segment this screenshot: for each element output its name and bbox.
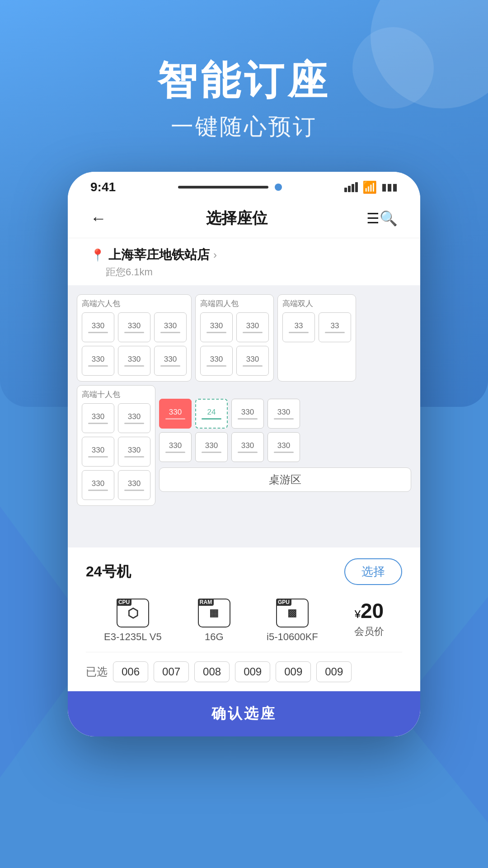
- seat-item[interactable]: 330: [82, 403, 114, 433]
- seat-item[interactable]: 330: [82, 470, 114, 500]
- section-10person-left: 高端十人包 330 330 330 330 330 330: [77, 385, 155, 506]
- seat-item[interactable]: 330: [267, 432, 300, 462]
- status-time: 9:41: [90, 180, 116, 194]
- cpu-symbol: ⬡: [127, 606, 138, 621]
- seats-grid-6person: 330 330 330 330 330 330: [82, 312, 187, 376]
- gpu-label: i5-10600KF: [267, 631, 318, 643]
- gpu-icon-box: GPU ▩: [276, 599, 309, 627]
- seat-item[interactable]: 330: [200, 312, 233, 342]
- board-game-zone: 桌游区: [159, 467, 411, 492]
- page-title: 选择座位: [206, 208, 267, 229]
- right-row-top: 330 24 330 330: [159, 399, 411, 429]
- selected-seats-row: 已选 006 007 008 009 009 009: [86, 652, 402, 691]
- hero-section: 智能订座 一键随心预订: [0, 0, 488, 142]
- cpu-label: E3-1235L V5: [104, 631, 162, 643]
- seat-item[interactable]: 330: [159, 432, 192, 462]
- seats-grid-2person: 33 33: [282, 312, 351, 342]
- machine-name: 24号机: [86, 562, 131, 582]
- section-2person: 高端双人 33 33: [277, 294, 356, 382]
- location-pin-icon: 📍: [90, 248, 105, 262]
- seat-item[interactable]: 330: [200, 346, 233, 376]
- signal-icon: [344, 182, 358, 192]
- spec-cpu: CPU ⬡ E3-1235L V5: [104, 599, 162, 643]
- location-row[interactable]: 📍 上海莘庄地铁站店 ›: [90, 246, 398, 264]
- status-bar: 9:41 📶 ▮▮▮: [68, 172, 420, 199]
- selected-label: 已选: [86, 665, 108, 679]
- location-bar: 📍 上海莘庄地铁站店 › 距您6.1km: [68, 238, 420, 285]
- selected-seat-tag: 009: [235, 661, 270, 682]
- section-4person: 高端四人包 330 330 330 330: [195, 294, 274, 382]
- ram-label: 16G: [205, 631, 224, 643]
- seat-item[interactable]: 330: [267, 399, 300, 429]
- ram-corner-tag: RAM: [198, 599, 214, 606]
- map-inner: 高端六人包 330 330 330 330 330 330 高端四人包 330: [77, 294, 411, 506]
- machine-header: 24号机 选择: [86, 558, 402, 585]
- seat-item[interactable]: 33: [282, 312, 315, 342]
- section-4person-title: 高端四人包: [200, 298, 269, 309]
- section-6person-title: 高端六人包: [82, 298, 187, 309]
- bottom-panel: 24号机 选择 CPU ⬡ E3-1235L V5 RAM ▦ 16G: [68, 547, 420, 736]
- seat-item[interactable]: 330: [82, 312, 114, 342]
- hero-subtitle: 一键随心预订: [0, 112, 488, 142]
- seat-item[interactable]: 330: [195, 432, 228, 462]
- seat-item[interactable]: 330: [82, 346, 114, 376]
- seat-item[interactable]: 330: [118, 312, 150, 342]
- nav-bar: ← 选择座位 ☰🔍: [68, 199, 420, 238]
- location-name: 上海莘庄地铁站店: [108, 246, 210, 264]
- price-label: 会员价: [354, 625, 384, 638]
- seat-item[interactable]: 330: [236, 346, 269, 376]
- selected-seat-tag: 006: [113, 661, 148, 682]
- seat-item[interactable]: 330: [118, 470, 150, 500]
- section-6person: 高端六人包 330 330 330 330 330 330: [77, 294, 192, 382]
- selected-seat-tag: 008: [194, 661, 230, 682]
- section-10person-right: 330 24 330 330 330 330 330 330: [159, 385, 411, 506]
- cpu-corner-tag: CPU: [117, 599, 131, 606]
- section-2person-title: 高端双人: [282, 298, 351, 309]
- seat-item[interactable]: 330: [82, 437, 114, 467]
- spec-price: ¥ 20 会员价: [354, 599, 384, 643]
- seat-item[interactable]: 330: [231, 399, 264, 429]
- seat-item[interactable]: 330: [154, 312, 187, 342]
- price-unit: ¥: [355, 608, 361, 621]
- notch-bar: [178, 186, 268, 189]
- seat-item[interactable]: 330: [154, 346, 187, 376]
- seat-item[interactable]: 330: [236, 312, 269, 342]
- seat-occupied: 330: [159, 399, 192, 429]
- specs-row: CPU ⬡ E3-1235L V5 RAM ▦ 16G GPU ▩ i5-10: [86, 594, 402, 652]
- confirm-button[interactable]: 确认选座: [68, 691, 420, 736]
- gpu-corner-tag: GPU: [276, 599, 291, 606]
- dot-indicator: [275, 184, 282, 191]
- selected-seat-tag: 007: [154, 661, 189, 682]
- seat-item[interactable]: 330: [118, 437, 150, 467]
- select-button[interactable]: 选择: [344, 558, 402, 585]
- seat-map: 高端六人包 330 330 330 330 330 330 高端四人包 330: [68, 285, 420, 547]
- price-display: ¥ 20: [355, 599, 384, 623]
- location-distance: 距您6.1km: [90, 265, 398, 279]
- ram-symbol: ▦: [209, 607, 219, 619]
- seats-grid-10person-left: 330 330 330 330 330 330: [82, 403, 150, 500]
- price-value: 20: [361, 599, 384, 623]
- wifi-icon: 📶: [362, 180, 377, 194]
- seat-item[interactable]: 33: [319, 312, 351, 342]
- spec-gpu: GPU ▩ i5-10600KF: [267, 599, 318, 643]
- phone-mockup: 9:41 📶 ▮▮▮ ← 选择座位 ☰🔍 📍 上海莘庄地铁站店 ›: [68, 172, 420, 736]
- seat-selected[interactable]: 24: [195, 399, 228, 429]
- ram-icon-box: RAM ▦: [198, 599, 230, 627]
- nav-right-actions: ☰🔍: [366, 210, 398, 227]
- big-section-row: 高端十人包 330 330 330 330 330 330 330: [77, 385, 411, 506]
- hero-title: 智能订座: [0, 59, 488, 103]
- right-row-bottom: 330 330 330 330: [159, 432, 411, 462]
- seat-item[interactable]: 330: [118, 403, 150, 433]
- filter-search-icon[interactable]: ☰🔍: [366, 210, 398, 227]
- gpu-symbol: ▩: [287, 607, 297, 619]
- top-sections-row: 高端六人包 330 330 330 330 330 330 高端四人包 330: [77, 294, 411, 382]
- battery-icon: ▮▮▮: [381, 181, 398, 193]
- seats-grid-4person: 330 330 330 330: [200, 312, 269, 376]
- status-bar-center: [178, 184, 282, 191]
- section-10person-title: 高端十人包: [82, 389, 150, 400]
- back-button[interactable]: ←: [90, 209, 107, 228]
- seat-item[interactable]: 330: [231, 432, 264, 462]
- selected-seat-tag: 009: [276, 661, 311, 682]
- seat-item[interactable]: 330: [118, 346, 150, 376]
- spec-ram: RAM ▦ 16G: [198, 599, 230, 643]
